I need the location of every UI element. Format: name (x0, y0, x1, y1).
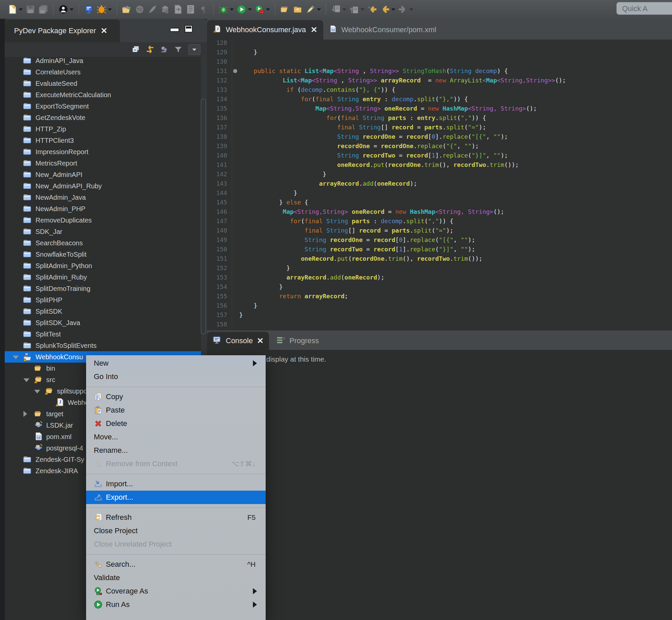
tree-item-label: WebhookConsu (36, 353, 83, 361)
console-tab-console[interactable]: Console✕ (207, 332, 269, 350)
line-number: 154 (207, 282, 232, 292)
forward-icon[interactable] (398, 4, 413, 14)
minimize-view-icon[interactable] (170, 28, 179, 32)
menu-item-delete[interactable]: Delete (86, 417, 266, 430)
tree-item-splitdemotraining[interactable]: SplitDemoTraining (5, 283, 207, 294)
tree-item-impressionreport[interactable]: ImpressionReport (5, 146, 207, 157)
console-tab-progress[interactable]: Progress (271, 332, 328, 350)
tree-item-splitadmin-ruby[interactable]: SplitAdmin_Ruby (5, 271, 207, 283)
tree-item-httpclient3[interactable]: HTTPClient3 (5, 135, 207, 146)
menu-item-copy[interactable]: Copy (86, 390, 266, 404)
focus-task-icon[interactable] (160, 45, 169, 54)
package-icon[interactable] (160, 4, 170, 14)
menu-item-close-project[interactable]: Close Project (86, 524, 266, 537)
menu-item-validate[interactable]: Validate (86, 571, 266, 584)
view-menu-icon[interactable] (188, 44, 200, 55)
tree-item-getzendeskvote[interactable]: GetZendeskVote (5, 112, 207, 123)
tree-item-exporttosegment[interactable]: ExportToSegment (5, 101, 207, 112)
menu-item-rename[interactable]: Rename... (86, 444, 266, 457)
code-editor[interactable]: 128129 }130131 public static List<Map<St… (207, 40, 672, 330)
tree-item-splitphp[interactable]: SplitPHP (5, 294, 207, 306)
tree-item-adminapi-java[interactable]: AdminAPI_Java (5, 55, 207, 66)
tree-item-newadmin-java[interactable]: NewAdmin_Java (5, 192, 207, 203)
copy-doc-icon[interactable] (173, 4, 183, 14)
tree-item-splitadmin-python[interactable]: SplitAdmin_Python (5, 260, 207, 271)
run-icon[interactable] (236, 4, 252, 14)
save-icon[interactable] (25, 4, 36, 14)
tree-item-new-adminapi-ruby[interactable]: New_AdminAPI_Ruby (5, 180, 207, 192)
back-icon[interactable] (380, 4, 395, 14)
pilcrow-icon[interactable]: ¶ (198, 4, 208, 14)
tree-item-new-adminapi[interactable]: New_AdminAPI (5, 169, 207, 180)
tree-item-sdk-jar[interactable]: SDK_Jar (5, 226, 207, 237)
code-line-136: 136 for(final String parts : entry.split… (207, 113, 672, 123)
menu-item-move[interactable]: Move... (86, 430, 266, 444)
tc-icon[interactable]: TC (135, 4, 145, 14)
feather-icon[interactable] (148, 4, 158, 14)
close-icon[interactable]: ✕ (257, 336, 264, 346)
code-text (239, 320, 672, 329)
debug-icon[interactable] (218, 4, 234, 14)
collapse-all-icon[interactable] (131, 45, 141, 54)
link-with-editor-icon[interactable] (146, 45, 155, 54)
menu-item-import[interactable]: Import... (86, 477, 266, 490)
menu-item-paste[interactable]: Paste (86, 404, 266, 417)
close-icon[interactable]: ✕ (101, 26, 108, 36)
external-tools-icon[interactable] (255, 4, 270, 14)
tree-scrollbar[interactable] (201, 55, 207, 383)
editor-tab-webhookconsumer-pom-xml[interactable]: MWebhookConsumer/pom.xml (323, 20, 447, 40)
fold-margin (232, 245, 239, 254)
new-wizard-icon[interactable] (7, 4, 23, 14)
menu-item-coverage-as[interactable]: Coverage As (86, 584, 266, 598)
tree-item-newadmin-php[interactable]: NewAdmin_PHP (5, 203, 207, 214)
last-edit-location-icon[interactable] (367, 4, 377, 14)
tree-item-executemetriccalculation[interactable]: ExecuteMetricCalculation (5, 89, 207, 101)
chevron-expanded-icon[interactable] (23, 378, 30, 382)
fold-marker-icon[interactable] (232, 66, 239, 76)
menu-item-export[interactable]: Export... (86, 490, 266, 504)
chevron-expanded-icon[interactable] (13, 356, 19, 359)
save-all-icon[interactable] (38, 4, 48, 14)
project-folder-icon (23, 307, 33, 316)
tree-item-searchbeacons[interactable]: SearchBeacons (5, 237, 207, 249)
chevron-collapsed-icon[interactable] (23, 411, 27, 417)
tree-scrollbar-thumb[interactable] (201, 99, 206, 334)
toolbar-separator (213, 4, 214, 15)
tree-item-splitsdk-java[interactable]: SplitSDK_Java (5, 317, 207, 328)
quick-access-box[interactable]: Quick A (616, 2, 672, 15)
next-annotation-icon[interactable] (331, 4, 346, 14)
run-config-folder-icon[interactable] (122, 4, 132, 14)
menu-item-go-into[interactable]: Go Into (86, 370, 266, 383)
user-icon[interactable] (58, 4, 74, 14)
menu-item-search[interactable]: Search...^H (86, 558, 266, 571)
tree-item-removeduplicates[interactable]: RemoveDuplicates (5, 214, 207, 226)
filter-icon[interactable] (173, 45, 183, 54)
tree-item-http-zip[interactable]: HTTP_Zip (5, 123, 207, 135)
doc-list-icon[interactable] (185, 4, 195, 14)
menu-item-remove-from-context[interactable]: Remove from Context⌥⇧⌘↓ (86, 457, 266, 470)
menu-item-run-as[interactable]: Run As (86, 598, 266, 611)
fold-margin (232, 292, 239, 301)
tree-item-splitsdk[interactable]: SplitSDK (5, 306, 207, 317)
maximize-view-icon[interactable] (184, 25, 192, 33)
tree-item-correlateusers[interactable]: CorrelateUsers (5, 66, 207, 78)
orange-bug-icon[interactable] (97, 4, 112, 14)
tree-item-snowflaketosplit[interactable]: SnowflakeToSplit (5, 249, 207, 260)
highlighter-icon[interactable] (305, 4, 321, 14)
close-icon[interactable]: ✕ (311, 25, 317, 35)
chevron-expanded-icon[interactable] (34, 390, 40, 394)
tree-item-splittest[interactable]: SplitTest (5, 328, 207, 340)
editor-tab-webhookconsumer-java[interactable]: JWebhookConsumer.java✕ (207, 20, 323, 40)
menu-item-refresh[interactable]: RefreshF5 (86, 511, 266, 524)
console-view-icon[interactable] (84, 4, 94, 14)
tree-item-splunktosplitevents[interactable]: SplunkToSplitEvents (5, 340, 207, 351)
tree-item-metricsreport[interactable]: MetricsReport (5, 157, 207, 169)
editor-tab-label: WebhookConsumer/pom.xml (341, 25, 436, 34)
menu-item-close-unrelated-project[interactable]: Close Unrelated Project (86, 537, 266, 551)
closed-folder-icon[interactable] (293, 4, 303, 14)
tree-item-evaluateseed[interactable]: EvaluateSeed (5, 78, 207, 89)
open-folder-icon[interactable] (280, 4, 290, 14)
prev-annotation-icon[interactable] (349, 4, 365, 14)
menu-item-new[interactable]: New (86, 357, 266, 370)
tab-pydev-package-explorer[interactable]: PyDev Package Explorer ✕ (5, 19, 120, 42)
